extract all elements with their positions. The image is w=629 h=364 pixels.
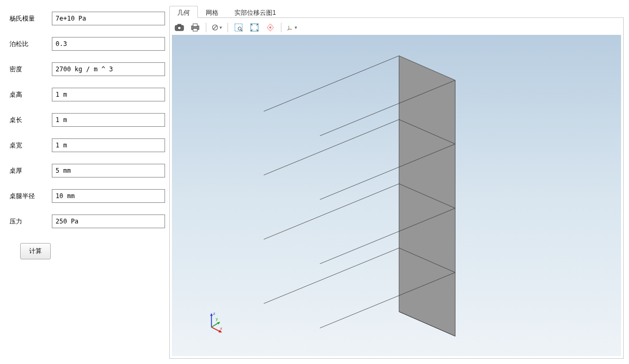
viewport-toolbar	[172, 20, 621, 35]
input-table-length[interactable]	[52, 113, 165, 127]
axes-icon[interactable]	[287, 22, 297, 33]
label-youngs-modulus: 杨氏模量	[10, 14, 52, 23]
zoom-select-icon[interactable]	[233, 22, 244, 33]
fit-icon[interactable]	[249, 22, 260, 33]
viewport-panel: 几何 网格 实部位移云图1	[169, 5, 624, 359]
geometry-scene	[172, 35, 621, 356]
svg-marker-30	[210, 313, 213, 316]
svg-line-23	[264, 248, 399, 303]
toolbar-separator	[227, 23, 228, 32]
svg-rect-4	[193, 24, 197, 26]
input-youngs-modulus[interactable]	[52, 12, 165, 25]
svg-point-12	[269, 26, 271, 29]
svg-line-33	[212, 327, 221, 331]
axis-label-y: y	[216, 316, 218, 321]
input-leg-radius[interactable]	[52, 189, 165, 203]
label-leg-radius: 桌腿半径	[10, 192, 52, 201]
tab-mesh[interactable]: 网格	[198, 6, 226, 18]
axis-label-z: z	[213, 311, 215, 316]
label-table-length: 桌长	[10, 116, 52, 125]
print-icon[interactable]	[190, 22, 200, 33]
input-density[interactable]	[52, 62, 165, 76]
camera-icon[interactable]	[174, 22, 185, 33]
svg-rect-5	[193, 29, 197, 31]
input-pressure[interactable]	[52, 214, 165, 228]
svg-line-7	[213, 26, 217, 30]
svg-line-19	[264, 119, 399, 175]
axis-gizmo: z y x	[203, 310, 229, 336]
reset-icon[interactable]	[212, 22, 222, 33]
input-poisson-ratio[interactable]	[52, 37, 165, 51]
label-table-thickness: 桌厚	[10, 166, 52, 175]
tab-bar: 几何 网格 实部位移云图1	[169, 5, 624, 18]
input-table-thickness[interactable]	[52, 164, 165, 178]
tab-displacement-plot[interactable]: 实部位移云图1	[226, 6, 284, 18]
label-table-width: 桌宽	[10, 141, 52, 150]
3d-viewport[interactable]: z y x	[172, 35, 621, 356]
label-density: 密度	[10, 65, 52, 74]
svg-line-17	[264, 56, 399, 111]
toolbar-separator	[206, 23, 206, 32]
axis-label-x: x	[220, 326, 222, 331]
rotate-icon[interactable]	[265, 22, 276, 33]
tab-geometry[interactable]: 几何	[169, 6, 198, 18]
compute-button[interactable]: 计算	[20, 243, 51, 259]
svg-line-15	[287, 29, 289, 30]
label-pressure: 压力	[10, 217, 52, 226]
toolbar-separator	[281, 23, 281, 32]
parameters-panel: 杨氏模量 泊松比 密度 桌高 桌长 桌宽 桌厚 桌腿半径 压力 计算	[5, 5, 169, 359]
svg-point-2	[178, 26, 181, 30]
input-table-width[interactable]	[52, 138, 165, 152]
svg-rect-1	[178, 24, 181, 26]
input-table-height[interactable]	[52, 88, 165, 101]
svg-line-31	[212, 323, 218, 327]
svg-line-21	[264, 184, 399, 239]
label-poisson-ratio: 泊松比	[10, 40, 52, 49]
label-table-height: 桌高	[10, 90, 52, 99]
